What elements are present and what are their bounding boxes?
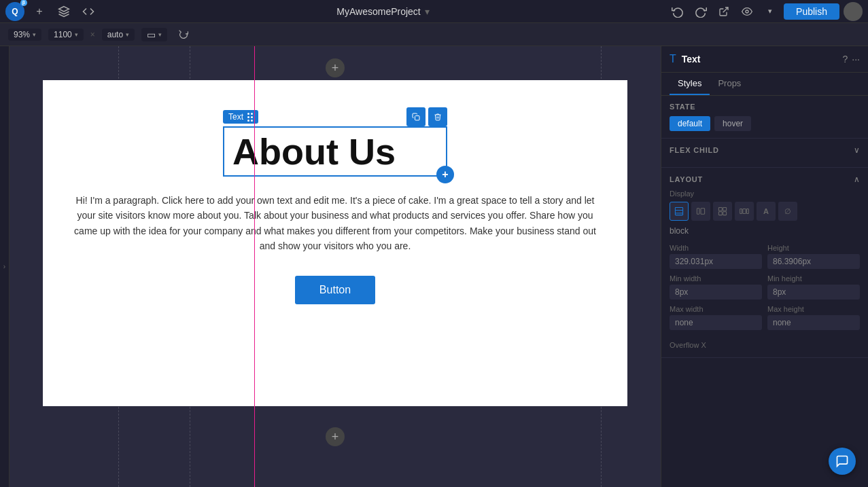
layout-toggle[interactable]: ∧ [854, 175, 860, 184]
refresh-button[interactable] [174, 25, 193, 44]
display-value: block [670, 226, 860, 236]
panel-header-actions: ? ··· [843, 54, 860, 65]
help-icon[interactable]: ? [843, 54, 848, 65]
code-button[interactable] [79, 2, 98, 21]
project-name[interactable]: MyAwesomeProject [336, 6, 420, 17]
redo-icon [695, 5, 707, 18]
canvas-button[interactable]: Button [295, 276, 375, 304]
flex-child-header: FLEX CHILD ∨ [670, 145, 860, 155]
layers-button[interactable] [54, 2, 73, 21]
panel-header: T Text ? ··· [661, 46, 868, 73]
min-width-value-display[interactable]: 8px [670, 285, 762, 300]
layers-icon [58, 5, 70, 18]
add-element-button[interactable]: + [436, 166, 454, 183]
add-section-bottom-button[interactable]: + [326, 427, 345, 446]
avatar[interactable] [844, 2, 863, 21]
zoom-control[interactable]: 93% ▾ [8, 29, 41, 41]
paragraph-text[interactable]: Hi! I'm a paragraph. Click here to add y… [70, 193, 600, 254]
width-value-display[interactable]: 329.031px [670, 254, 762, 269]
svg-rect-15 [747, 209, 749, 214]
dimensions-grid: Width 329.031px Height 86.3906px Min wid… [670, 244, 860, 330]
width-control[interactable]: 1100 ▾ [48, 29, 84, 41]
topbar-center: MyAwesomeProject ▾ [103, 6, 663, 17]
width-label: Width [670, 244, 762, 252]
display-flex-row-icon[interactable] [691, 202, 710, 221]
add-button[interactable]: + [30, 2, 49, 21]
max-width-value-display[interactable]: none [670, 315, 762, 330]
max-width-field: Max width none [670, 305, 762, 330]
tab-styles[interactable]: Styles [670, 73, 710, 95]
width-value: 1100 [54, 30, 72, 39]
topbar: Q β + MyAwesomeProject ▾ [0, 0, 868, 23]
flex-child-section: FLEX CHILD ∨ [661, 139, 868, 168]
delete-button[interactable] [428, 107, 447, 126]
flex-child-toggle[interactable]: ∨ [854, 145, 860, 155]
svg-rect-13 [740, 209, 742, 214]
text-badge-label: Text [228, 112, 243, 122]
height-control[interactable]: auto ▾ [102, 29, 135, 41]
display-grid-icon[interactable] [713, 202, 732, 221]
selected-text-element[interactable]: Text [223, 107, 447, 177]
min-height-value-display[interactable]: 8px [767, 285, 860, 300]
panel-tabs: Styles Props [661, 73, 868, 96]
app-logo[interactable]: Q β [5, 2, 24, 21]
duplicate-icon [412, 113, 420, 121]
add-section-top-button[interactable]: + [326, 58, 345, 77]
flex-child-label: FLEX CHILD [670, 146, 719, 154]
external-link-button[interactable] [714, 2, 733, 21]
add-top-icon: + [332, 61, 339, 75]
device-control[interactable]: ▭ ▾ [141, 28, 167, 41]
eye-icon [742, 6, 752, 17]
height-value-display[interactable]: 86.3906px [767, 254, 860, 269]
preview-button[interactable] [737, 2, 757, 21]
overflow-x-label: Overflow X [670, 341, 706, 349]
heading-box[interactable]: About Us + [223, 126, 447, 177]
tab-props[interactable]: Props [710, 73, 749, 95]
panel-title-icon: T [670, 53, 676, 65]
state-section: STATE default hover [661, 96, 868, 139]
width-field: Width 329.031px [670, 244, 762, 269]
logo-text: Q [12, 7, 18, 16]
publish-button[interactable]: Publish [784, 3, 839, 20]
display-text-icon[interactable]: A [757, 202, 776, 221]
display-icons: A ∅ [670, 202, 860, 221]
sidebar-toggle-icon[interactable]: › [3, 263, 5, 270]
right-panel: T Text ? ··· Styles Props STATE default … [661, 46, 868, 487]
preview-chevron[interactable]: ▾ [761, 2, 780, 21]
chat-button[interactable] [829, 448, 856, 475]
canvas-area[interactable]: + Text [10, 46, 661, 487]
separator: × [90, 30, 95, 39]
project-chevron-icon[interactable]: ▾ [425, 6, 430, 17]
display-label: Display [670, 190, 860, 198]
topbar-right: ▾ Publish [668, 2, 863, 21]
height-label: Height [767, 244, 860, 252]
display-none-icon[interactable]: ∅ [778, 202, 797, 221]
duplicate-button[interactable] [406, 107, 426, 126]
height-chevron-icon: ▾ [126, 31, 129, 38]
undo-button[interactable] [668, 2, 687, 21]
add-bottom-icon: + [332, 430, 339, 444]
svg-rect-3 [415, 116, 420, 121]
display-inline-flex-icon[interactable] [735, 202, 754, 221]
more-icon[interactable]: ··· [852, 54, 860, 65]
svg-rect-8 [701, 209, 705, 214]
state-hover-button[interactable]: hover [714, 116, 751, 131]
device-icon: ▭ [147, 29, 156, 40]
state-default-button[interactable]: default [670, 116, 710, 131]
display-block-icon[interactable] [670, 202, 689, 221]
min-height-label: Min height [767, 274, 860, 283]
text-badge[interactable]: Text [223, 110, 258, 124]
state-buttons: default hover [670, 116, 860, 131]
layout-section-label: LAYOUT [670, 175, 703, 183]
canvas-content: Text [43, 80, 627, 406]
heading-text[interactable]: About Us [232, 133, 438, 170]
svg-rect-7 [697, 209, 699, 214]
svg-marker-0 [59, 6, 69, 12]
max-height-field: Max height none [767, 305, 860, 330]
svg-rect-11 [718, 212, 722, 215]
drag-handle-icon[interactable] [247, 113, 253, 122]
max-height-value-display[interactable]: none [767, 315, 860, 330]
overflow-x-field: Overflow X [670, 338, 860, 350]
redo-button[interactable] [691, 2, 710, 21]
min-width-field: Min width 8px [670, 274, 762, 300]
